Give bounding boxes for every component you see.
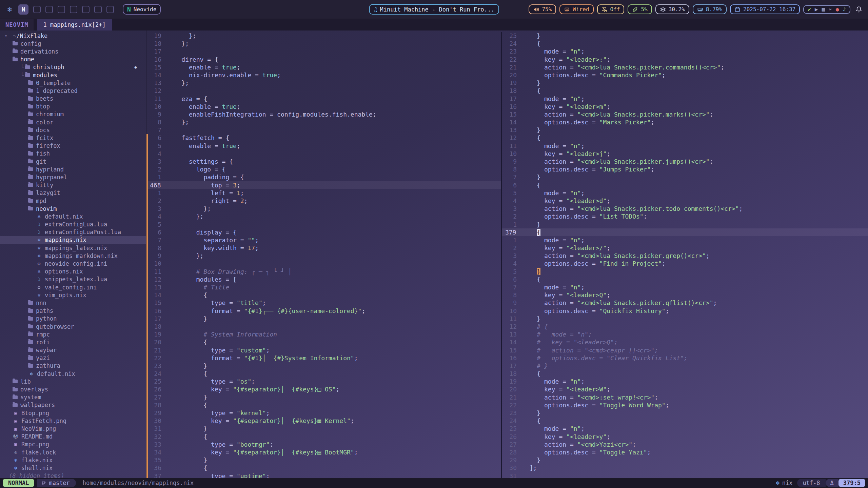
code-line[interactable]: 15 # action = "<cmd>cexpr []<cr>"; <box>502 346 868 354</box>
code-line[interactable]: 17 } <box>146 315 501 323</box>
code-line[interactable]: 4 options.desc = "Find in Project"; <box>502 260 868 267</box>
code-line[interactable]: 24 { <box>146 370 501 378</box>
code-line[interactable]: 6 display = { <box>146 228 501 236</box>
tree-item[interactable]: derivations <box>0 47 146 55</box>
code-line[interactable]: 7 mode = "n"; <box>502 283 868 291</box>
code-line[interactable]: 20 { <box>146 338 501 346</box>
tree-item[interactable]: rmpc <box>0 330 146 338</box>
code-line[interactable]: 19 # System Information <box>146 330 501 338</box>
code-line[interactable]: 9 }; <box>146 252 501 260</box>
code-line[interactable]: 20 key = "<leader>W"; <box>502 385 868 393</box>
code-line[interactable]: 468 top = 3; <box>146 181 501 189</box>
code-line[interactable]: 11 eza = { <box>146 95 501 103</box>
tree-item[interactable]: nnn <box>0 299 146 307</box>
tree-item[interactable]: ☽extraConfigLuaPost.lua <box>0 228 146 236</box>
tree-item[interactable]: wallpapers <box>0 401 146 409</box>
code-line[interactable]: 13 }; <box>146 79 501 87</box>
code-line[interactable]: 11 mode = "n"; <box>502 142 868 150</box>
code-line[interactable]: 20 options.desc = "Commands Picker"; <box>502 71 868 79</box>
code-line[interactable]: 15 action = "<cmd>lua Snacks.picker.mark… <box>502 110 868 118</box>
code-line[interactable]: 4 }; <box>146 212 501 220</box>
tree-item[interactable]: chromium <box>0 110 146 118</box>
tree-item[interactable]: color <box>0 118 146 126</box>
tree-item[interactable]: ▣NeoVim.png <box>0 425 146 432</box>
code-line[interactable]: 15 enable = true; <box>146 63 501 71</box>
tree-item[interactable]: rofi <box>0 338 146 346</box>
media-player-chip[interactable]: ♫ Minuit Machine - Don't Run Fro... <box>369 4 499 15</box>
code-line[interactable]: 9 action = "<cmd>lua Snacks.picker.jumps… <box>502 158 868 165</box>
code-line[interactable]: 30 ]; <box>502 464 868 472</box>
code-line[interactable]: 27 action = "<cmd>Yazi<cr>"; <box>502 441 868 448</box>
code-line[interactable]: 5 } <box>502 268 868 276</box>
tree-item[interactable]: ❄default.nix <box>0 212 146 220</box>
code-line[interactable]: 14 { <box>146 291 501 299</box>
tree-item[interactable]: python <box>0 315 146 323</box>
code-line[interactable]: 28 { <box>146 401 501 409</box>
code-line[interactable]: 2 right = 2; <box>146 197 501 205</box>
code-line[interactable]: 23 mode = "n"; <box>502 47 868 55</box>
code-line[interactable]: 16 direnv = { <box>146 56 501 63</box>
clock-module[interactable]: 2025-07-22 16:37 <box>730 4 800 14</box>
code-line[interactable]: 14 nix-direnv.enable = true; <box>146 71 501 79</box>
code-line[interactable]: 17 mode = "n"; <box>502 95 868 103</box>
code-line[interactable]: 4 key = "<leader>d"; <box>502 197 868 205</box>
tree-item[interactable]: 0_template <box>0 79 146 87</box>
workspace-active[interactable]: N <box>18 4 28 15</box>
code-line[interactable]: 34 key = "{#separator}│ {#keys}▤ BootMGR… <box>146 448 501 456</box>
code-line[interactable]: 13 # Title <box>146 283 501 291</box>
code-line[interactable]: 5 <box>146 221 501 228</box>
code-line[interactable]: 3 }; <box>146 205 501 212</box>
code-line[interactable]: 18 }; <box>146 40 501 47</box>
tree-item[interactable]: system <box>0 393 146 401</box>
code-line[interactable]: 12 # { <box>502 323 868 330</box>
code-line[interactable]: 1 left = 1; <box>146 189 501 197</box>
code-line[interactable]: 29 } <box>502 456 868 464</box>
code-line[interactable]: 5 mode = "n"; <box>502 189 868 197</box>
tree-item[interactable]: kitty <box>0 181 146 189</box>
code-line[interactable]: 12 <box>146 87 501 95</box>
tree-item[interactable]: ❄mappings_latex.nix <box>0 244 146 252</box>
code-line[interactable]: 7 } <box>502 173 868 181</box>
code-line[interactable]: 16 key = "<leader>m"; <box>502 103 868 110</box>
tree-item[interactable]: 1_deprecated <box>0 87 146 95</box>
tree-item[interactable]: git <box>0 158 146 165</box>
tree-item[interactable]: paths <box>0 307 146 315</box>
code-line[interactable]: 6 { <box>502 181 868 189</box>
code-line[interactable]: 28 options.desc = "Toggle Yazi"; <box>502 448 868 456</box>
code-line[interactable]: 22 key = "<leader>:"; <box>502 56 868 63</box>
tree-item[interactable]: beets <box>0 95 146 103</box>
tree-item[interactable]: docs <box>0 126 146 134</box>
code-line[interactable]: 9 action = "<cmd>lua Snacks.picker.qflis… <box>502 299 868 307</box>
code-line[interactable]: 29 type = "kernel"; <box>146 409 501 417</box>
tree-item[interactable]: ❄default.nix <box>0 370 146 378</box>
tree-item[interactable]: hyprpanel <box>0 173 146 181</box>
code-line[interactable]: 7 separator = ""; <box>146 236 501 244</box>
code-line[interactable]: 17 # } <box>502 362 868 370</box>
code-line[interactable]: 16 format = "{#1}┌── {#}{user-name-color… <box>146 307 501 315</box>
code-line[interactable]: 3 action = "<cmd>lua Snacks.picker.grep(… <box>502 252 868 260</box>
workspace-button[interactable] <box>45 6 53 13</box>
workspace-button[interactable] <box>58 6 65 13</box>
tree-item[interactable]: ⊙flake.lock <box>0 448 146 456</box>
code-line[interactable]: 19 mode = "n"; <box>502 378 868 385</box>
tray-icon-1[interactable]: ✔ <box>808 7 811 12</box>
code-line[interactable]: 14 options.desc = "Marks Picker"; <box>502 118 868 126</box>
code-line[interactable]: 8 key = "<leader>Q"; <box>502 291 868 299</box>
code-line[interactable]: 24 { <box>502 417 868 425</box>
network-module[interactable]: Wired <box>559 4 593 14</box>
editor-pane-left[interactable]: 19 };18 };1716 direnv = {15 enable = tru… <box>146 32 502 478</box>
code-line[interactable]: 3 action = "<cmd>lua Snacks.picker.todo_… <box>502 205 868 212</box>
notification-bell-icon[interactable] <box>855 6 863 13</box>
code-line[interactable]: 2 logo = { <box>146 165 501 173</box>
code-line[interactable]: 6 fastfetch = { <box>146 134 501 142</box>
tree-item[interactable]: neovim <box>0 205 146 212</box>
code-line[interactable]: 25 } <box>502 32 868 40</box>
code-line[interactable]: 25 mode = "n"; <box>502 425 868 432</box>
code-line[interactable]: 8 }; <box>146 118 501 126</box>
code-line[interactable]: 8 key.width = 17; <box>146 244 501 252</box>
code-line[interactable]: 3 settings = { <box>146 158 501 165</box>
code-line[interactable]: 379 { <box>502 228 868 236</box>
tray-icon-6[interactable]: ♪ <box>843 7 846 12</box>
tree-item[interactable]: ⚙neovide_config.ini <box>0 260 146 267</box>
tree-item[interactable]: └christoph● <box>0 63 146 71</box>
